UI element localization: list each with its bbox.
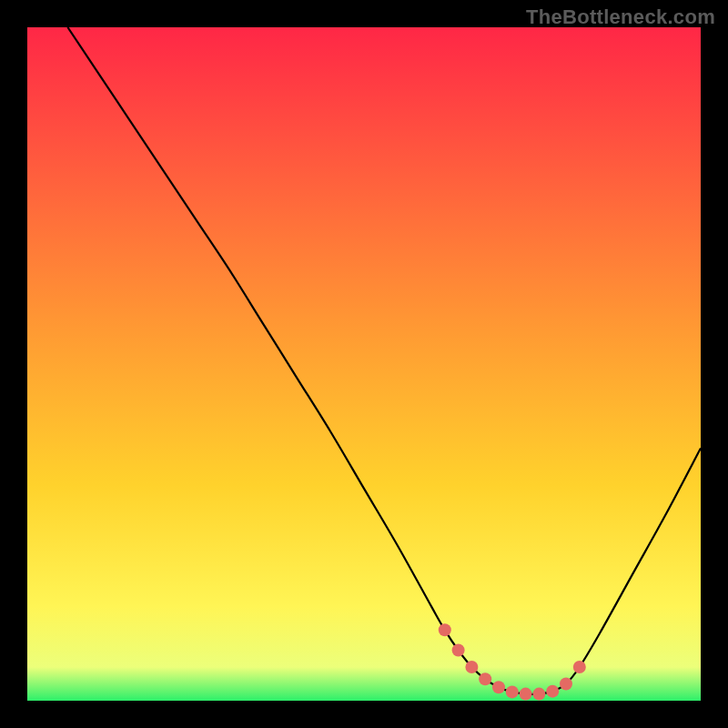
highlight-dot	[479, 672, 491, 685]
highlight-dot	[492, 681, 505, 693]
highlight-dot	[560, 678, 572, 691]
highlight-dot	[465, 661, 478, 673]
highlight-dot	[452, 644, 465, 657]
highlight-dot	[532, 688, 545, 701]
plot-area	[27, 27, 701, 701]
chart-svg	[27, 27, 701, 701]
watermark-text: TheBottleneck.com	[526, 5, 715, 29]
highlight-dot	[546, 685, 559, 698]
gradient-background	[27, 27, 701, 701]
highlight-dot	[520, 688, 532, 701]
highlight-dot	[439, 623, 451, 636]
chart-frame: TheBottleneck.com	[0, 0, 728, 728]
highlight-dot	[573, 661, 586, 673]
highlight-dot	[506, 685, 519, 698]
